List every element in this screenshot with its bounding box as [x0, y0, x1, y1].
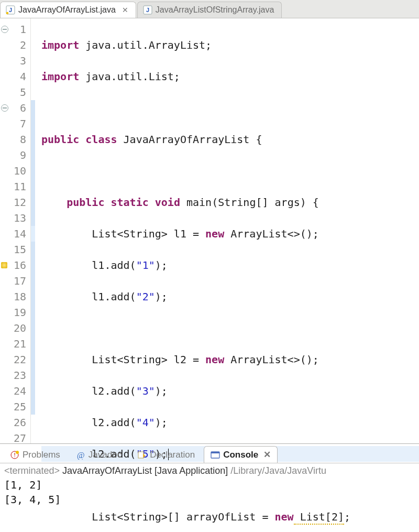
warning-underline[interactable]: List[2]	[294, 511, 344, 525]
console-output-line: [3, 4, 5]	[4, 492, 415, 507]
java-file-icon: J	[6, 5, 15, 15]
editor-tab-label: JavaArrayListOfStringArray.java	[156, 5, 274, 15]
close-panel-icon[interactable]: ✕	[263, 449, 271, 460]
editor-tab-inactive[interactable]: J JavaArrayListOfStringArray.java	[137, 2, 282, 18]
line-number-gutter: 1 2 3 4 5 6 7 8 9 10 11 12 13 14 15 16 1…	[0, 18, 31, 443]
console-output-line: [1, 2]	[4, 477, 415, 492]
editor-tab-label: JavaArrayOfArrayList.java	[18, 5, 116, 15]
panel-tab-label: Problems	[23, 450, 60, 460]
change-marker-bar	[31, 18, 35, 443]
close-tab-icon[interactable]: ✕	[122, 6, 128, 14]
svg-rect-11	[211, 452, 219, 453]
tab-console[interactable]: Console ✕	[204, 446, 278, 463]
javadoc-icon: @	[76, 450, 85, 460]
svg-point-7	[16, 451, 19, 454]
java-file-icon: J	[143, 5, 152, 15]
tab-problems[interactable]: ! Problems	[3, 447, 67, 463]
svg-text:J: J	[9, 7, 12, 13]
console-launch-header: <terminated> JavaArrayOfArrayList [Java …	[4, 465, 415, 476]
console-view[interactable]: <terminated> JavaArrayOfArrayList [Java …	[0, 463, 419, 509]
code-editor[interactable]: 1 2 3 4 5 6 7 8 9 10 11 12 13 14 15 16 1…	[0, 18, 419, 443]
fold-icon[interactable]	[1, 26, 8, 33]
panel-tab-label: Console	[223, 450, 258, 460]
editor-tab-active[interactable]: J JavaArrayOfArrayList.java ✕	[0, 2, 136, 18]
tab-declaration[interactable]: Declaration	[130, 447, 202, 463]
panel-tab-label: Javadoc	[89, 450, 122, 460]
console-icon	[211, 450, 220, 460]
svg-text:@: @	[76, 451, 84, 460]
fold-icon[interactable]	[1, 104, 8, 112]
svg-text:!: !	[14, 452, 15, 458]
editor-tab-bar: J JavaArrayOfArrayList.java ✕ J JavaArra…	[0, 0, 419, 18]
svg-point-2	[6, 12, 8, 14]
code-area[interactable]: import java.util.ArrayList; import java.…	[35, 18, 419, 443]
svg-rect-9	[138, 452, 144, 458]
warning-icon[interactable]	[1, 262, 7, 268]
svg-text:J: J	[146, 7, 149, 13]
tab-javadoc[interactable]: @ Javadoc	[69, 447, 128, 463]
problems-icon: !	[10, 450, 19, 460]
panel-tab-label: Declaration	[150, 450, 195, 460]
panel-tab-bar: ! Problems @ Javadoc Declaration Console…	[0, 444, 419, 463]
declaration-icon	[137, 450, 147, 460]
